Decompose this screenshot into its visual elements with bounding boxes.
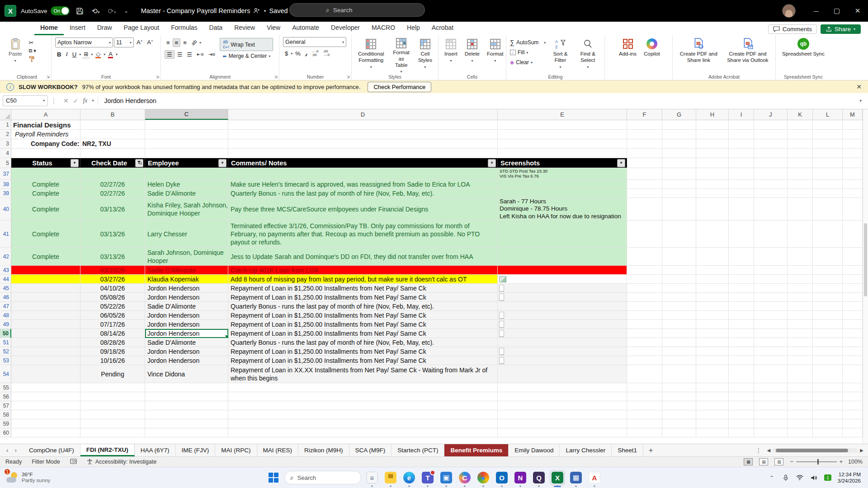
document-title[interactable]: Master - Company Payroll Reminders	[141, 7, 250, 14]
cell-C54[interactable]: Vince Didona	[145, 365, 228, 383]
cell-C58[interactable]	[145, 410, 228, 419]
cell-B3[interactable]: NR2, TXU	[80, 139, 145, 149]
column-header-B[interactable]: B	[80, 109, 145, 120]
cell-H[interactable]	[696, 158, 729, 168]
taskbar-search[interactable]: ⌕ Search	[284, 471, 361, 484]
cell-G[interactable]	[662, 275, 696, 284]
cell-G[interactable]	[662, 120, 696, 130]
cell-D38[interactable]: Make sure Helen's timecard is approved, …	[228, 180, 498, 189]
column-header-G[interactable]: G	[662, 109, 696, 120]
cell-G[interactable]	[662, 428, 696, 437]
row-header-60[interactable]: 60	[0, 428, 11, 437]
row-header-38[interactable]: 38	[0, 180, 11, 189]
cell-M[interactable]	[843, 320, 863, 329]
comments-button[interactable]: Comments	[768, 24, 817, 34]
cell-A3[interactable]: Company Code:	[11, 139, 80, 149]
page-break-view-icon[interactable]: ▥	[774, 458, 783, 465]
cell-I[interactable]	[729, 168, 754, 180]
cell-M[interactable]	[843, 293, 863, 302]
align-center-icon[interactable]: ☰	[175, 51, 184, 58]
cell-M[interactable]	[843, 347, 863, 356]
cell-F[interactable]	[627, 356, 662, 365]
cell-C56[interactable]	[145, 392, 228, 401]
cell-L[interactable]	[813, 130, 843, 139]
row-header-50[interactable]: 50	[0, 329, 11, 338]
cell-K[interactable]	[788, 401, 813, 410]
cell-A52[interactable]	[11, 347, 80, 356]
accessibility-status[interactable]: Accessibility: Investigate	[87, 459, 156, 465]
cell-K[interactable]	[788, 419, 813, 428]
cell-H[interactable]	[696, 320, 729, 329]
cell-I[interactable]	[729, 158, 754, 168]
cell-M[interactable]	[843, 311, 863, 320]
cell-J[interactable]	[754, 320, 788, 329]
sheet-tab-compone-u4f-[interactable]: CompOne (U4F)	[23, 444, 80, 456]
cell-D57[interactable]	[228, 401, 498, 410]
cell-F[interactable]	[627, 428, 662, 437]
cell-I[interactable]	[729, 428, 754, 437]
cell-K[interactable]	[788, 275, 813, 284]
cell-C49[interactable]: Jordon Henderson	[145, 320, 228, 329]
italic-button[interactable]: I	[64, 50, 69, 58]
sheet-tab-ime-fjv-[interactable]: IME (FJV)	[176, 444, 216, 456]
cell-A56[interactable]	[11, 392, 80, 401]
row-header-5[interactable]: 5	[0, 158, 11, 168]
undo-button[interactable]: ⟲▾	[90, 7, 102, 15]
cell-I[interactable]	[729, 293, 754, 302]
cell-B50[interactable]: 08/14/26	[80, 329, 145, 338]
cell-D47[interactable]: Quarterly Bonus - runs the last pay of m…	[228, 302, 498, 311]
ribbon-tab-acrobat[interactable]: Acrobat	[426, 22, 459, 35]
quick-access-customize-icon[interactable]: ⌄	[122, 8, 130, 14]
vertical-scrollbar[interactable]	[863, 109, 868, 444]
cell-F[interactable]	[627, 311, 662, 320]
cell-I[interactable]	[729, 356, 754, 365]
row-header-40[interactable]: 40	[0, 198, 11, 221]
align-top-icon[interactable]: ≡	[165, 39, 172, 47]
cell-M[interactable]	[843, 139, 863, 149]
cell-A54[interactable]	[11, 365, 80, 383]
cell-I[interactable]	[729, 347, 754, 356]
new-sheet-button[interactable]: +	[643, 444, 658, 456]
check-performance-button[interactable]: Check Performance	[368, 82, 431, 92]
cell-J[interactable]	[754, 293, 788, 302]
cell-J[interactable]	[754, 401, 788, 410]
decrease-font-icon[interactable]: A˅	[145, 38, 155, 46]
cell-A42[interactable]: Complete	[11, 248, 80, 266]
normal-view-icon[interactable]: ▦	[744, 458, 753, 465]
horizontal-scrollbar[interactable]	[772, 448, 858, 453]
cell-J[interactable]	[754, 180, 788, 189]
cell-C57[interactable]	[145, 401, 228, 410]
row-header-52[interactable]: 52	[0, 347, 11, 356]
format-as-table-button[interactable]: Format as Table▾	[389, 37, 413, 73]
alignment-dialog-launcher[interactable]: ⇲	[274, 75, 278, 79]
cell-L[interactable]	[813, 401, 843, 410]
find-select-button[interactable]: Find & Select▾	[575, 37, 601, 73]
column-header-A[interactable]: A	[11, 109, 80, 120]
row-header-48[interactable]: 48	[0, 311, 11, 320]
cell-I[interactable]	[729, 120, 754, 130]
cell-H[interactable]	[696, 329, 729, 338]
clear-button[interactable]: ◈Clear▾	[510, 58, 546, 67]
cell-A50[interactable]	[11, 329, 80, 338]
cell-D60[interactable]	[228, 428, 498, 437]
cell-G[interactable]	[662, 347, 696, 356]
filter-dropdown-icon[interactable]: ▼	[218, 159, 226, 167]
cell-A1[interactable]: Financial Designs	[11, 120, 80, 130]
cell-C[interactable]	[145, 120, 228, 130]
cell-M[interactable]	[843, 356, 863, 365]
vertical-scroll-thumb[interactable]	[864, 223, 867, 297]
cell-F[interactable]	[627, 180, 662, 189]
taskbar-app-acrobat-icon[interactable]: A	[587, 470, 602, 485]
cell-I[interactable]	[729, 198, 754, 221]
taskbar-app-copilot-icon[interactable]: C	[457, 470, 472, 485]
cell-M[interactable]	[843, 275, 863, 284]
cell-E55[interactable]	[498, 383, 627, 392]
cell-A40[interactable]: Complete	[11, 198, 80, 221]
cell-C51[interactable]: Sadie D'Alimonte	[145, 338, 228, 347]
cell-M[interactable]	[843, 189, 863, 198]
cell-M[interactable]	[843, 149, 863, 158]
taskbar-app-calculator-icon[interactable]: ▦	[568, 470, 584, 485]
font-name-select[interactable]: Aptos Narrow▾	[55, 38, 113, 47]
row-header-57[interactable]: 57	[0, 401, 11, 410]
cell-A48[interactable]	[11, 311, 80, 320]
